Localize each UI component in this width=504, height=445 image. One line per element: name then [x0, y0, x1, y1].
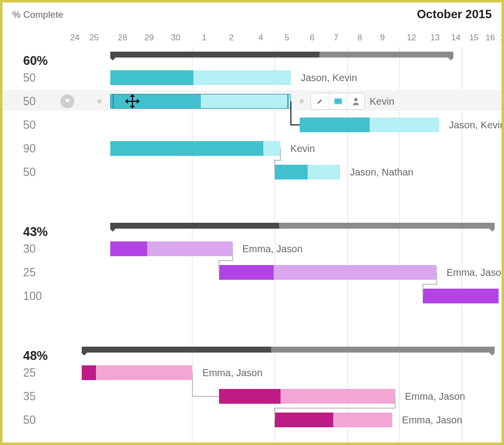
- task-progress: [110, 141, 263, 156]
- task-bar[interactable]: [219, 389, 395, 404]
- summary-notch: [489, 229, 495, 232]
- task-progress: [423, 289, 499, 303]
- summary-notch: [110, 229, 116, 232]
- task-pct: 90: [23, 142, 36, 155]
- task-pct: 50: [23, 166, 36, 179]
- task-bar[interactable]: [219, 265, 437, 280]
- day-tick: 29: [145, 33, 154, 43]
- summary-bar[interactable]: [82, 347, 495, 353]
- summary-grey: [319, 52, 454, 58]
- day-tick: 25: [90, 33, 99, 43]
- task-assignees: Emma, Jason: [446, 267, 504, 278]
- summary-pct: 60%: [23, 54, 48, 68]
- day-ticks: 242528293012456789121314151619: [2, 33, 502, 44]
- task-bar[interactable]: [82, 365, 192, 380]
- assign-button[interactable]: [346, 93, 364, 109]
- link-handle[interactable]: [300, 99, 304, 103]
- task-assignees: Kevin: [370, 96, 394, 107]
- summary-notch: [81, 353, 87, 356]
- link-handle[interactable]: [97, 99, 101, 103]
- summary-notch: [489, 353, 495, 356]
- day-tick: 4: [258, 33, 263, 43]
- task-pct: 50: [23, 119, 36, 132]
- task-progress: [111, 94, 201, 108]
- task-toolbar: [311, 93, 365, 110]
- day-tick: 24: [70, 33, 80, 43]
- day-tick: 19: [500, 33, 504, 43]
- day-tick: 6: [310, 33, 314, 43]
- task-assignees: Emma, Jason: [202, 367, 262, 379]
- day-tick: 8: [357, 33, 362, 43]
- summary-bar[interactable]: [110, 52, 453, 58]
- day-tick: 12: [407, 33, 416, 43]
- task-progress: [275, 165, 308, 179]
- task-pct: 50: [23, 71, 36, 85]
- day-tick: 9: [380, 33, 384, 43]
- task-progress: [82, 365, 96, 380]
- task-pct: 25: [23, 366, 36, 380]
- task-pct: 35: [23, 390, 36, 403]
- task-bar[interactable]: [110, 141, 281, 156]
- task-assignees: Jason, Nathan: [350, 167, 413, 178]
- task-assignees: Jason, Kevin: [301, 72, 357, 84]
- task-assignees: Kevin: [290, 143, 315, 154]
- task-bar[interactable]: [300, 118, 439, 132]
- summary-grey: [271, 347, 495, 353]
- task-pct: 50: [23, 95, 36, 108]
- task-bar[interactable]: [423, 289, 499, 303]
- day-tick: 5: [284, 33, 289, 43]
- resize-handle-left[interactable]: [113, 94, 114, 108]
- task-bar[interactable]: [275, 165, 340, 179]
- task-pct: 100: [23, 290, 42, 303]
- summary-pct: 48%: [23, 349, 48, 363]
- day-tick: 28: [118, 33, 127, 43]
- chevron-down-icon[interactable]: [61, 94, 74, 108]
- summary-dark: [110, 223, 279, 229]
- user-icon: [352, 97, 359, 105]
- edit-button[interactable]: [311, 93, 329, 109]
- svg-point-0: [354, 98, 357, 101]
- day-tick: 1: [202, 33, 206, 43]
- task-pct: 25: [23, 266, 36, 279]
- summary-dark: [110, 52, 319, 58]
- task-bar[interactable]: [110, 94, 291, 109]
- day-tick: 30: [171, 33, 181, 43]
- day-tick: 2: [229, 33, 233, 43]
- summary-pct: 43%: [23, 225, 48, 239]
- task-assignees: Jason, Kevin, N: [449, 119, 504, 131]
- summary-dark: [82, 347, 271, 353]
- task-pct: 30: [23, 242, 36, 256]
- day-tick: 16: [486, 33, 495, 43]
- color-button[interactable]: [329, 93, 346, 109]
- task-progress: [300, 118, 370, 132]
- summary-bar[interactable]: [110, 223, 495, 229]
- day-tick: 7: [334, 33, 338, 43]
- task-progress: [110, 70, 193, 85]
- task-progress: [219, 389, 281, 404]
- summary-grey: [279, 223, 495, 229]
- task-assignees: Emma, Jason: [243, 243, 303, 255]
- task-pct: 50: [23, 414, 36, 427]
- summary-notch: [448, 58, 454, 60]
- day-tick: 13: [431, 33, 440, 43]
- header-left-label: % Complete: [12, 9, 63, 20]
- pencil-icon: [316, 98, 323, 105]
- color-swatch-icon: [334, 98, 343, 105]
- resize-handle-right[interactable]: [287, 94, 288, 108]
- task-bar[interactable]: [110, 70, 291, 85]
- task-bar[interactable]: [275, 413, 392, 427]
- task-progress: [110, 241, 147, 256]
- day-tick: 14: [451, 33, 461, 43]
- day-tick: 15: [470, 33, 479, 43]
- summary-notch: [110, 58, 116, 60]
- gantt-chart: % Complete October 2015 2425282930124567…: [2, 2, 502, 443]
- task-assignees: Emma, Jason: [402, 415, 462, 426]
- task-progress: [275, 413, 333, 427]
- task-progress: [219, 265, 274, 280]
- task-bar[interactable]: [110, 241, 233, 256]
- header-month: October 2015: [417, 7, 492, 21]
- task-assignees: Emma, Jason: [405, 391, 465, 402]
